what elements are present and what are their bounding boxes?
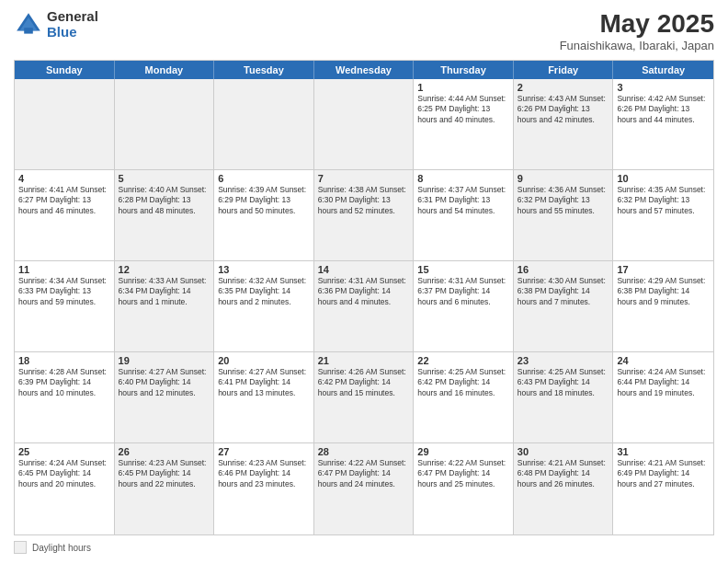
cell-text: Sunrise: 4:34 AM Sunset: 6:33 PM Dayligh… bbox=[18, 276, 110, 307]
cell-text: Sunrise: 4:43 AM Sunset: 6:26 PM Dayligh… bbox=[518, 94, 609, 125]
cell-text: Sunrise: 4:21 AM Sunset: 6:49 PM Dayligh… bbox=[617, 458, 710, 489]
day-number: 5 bbox=[119, 173, 210, 184]
day-number: 3 bbox=[617, 82, 710, 93]
cell-text: Sunrise: 4:37 AM Sunset: 6:31 PM Dayligh… bbox=[417, 185, 509, 216]
calendar-cell: 18Sunrise: 4:28 AM Sunset: 6:39 PM Dayli… bbox=[15, 352, 115, 442]
cell-text: Sunrise: 4:23 AM Sunset: 6:46 PM Dayligh… bbox=[218, 458, 310, 489]
calendar-cell: 2Sunrise: 4:43 AM Sunset: 6:26 PM Daylig… bbox=[514, 79, 614, 169]
calendar-cell: 6Sunrise: 4:39 AM Sunset: 6:29 PM Daylig… bbox=[214, 170, 314, 260]
calendar-cell: 14Sunrise: 4:31 AM Sunset: 6:36 PM Dayli… bbox=[314, 261, 415, 351]
title-block: May 2025 Funaishikawa, Ibaraki, Japan bbox=[560, 9, 714, 52]
calendar-cell: 28Sunrise: 4:22 AM Sunset: 6:47 PM Dayli… bbox=[314, 443, 415, 534]
day-number: 21 bbox=[318, 355, 410, 366]
calendar-cell: 31Sunrise: 4:21 AM Sunset: 6:49 PM Dayli… bbox=[613, 443, 713, 534]
calendar-cell: 24Sunrise: 4:24 AM Sunset: 6:44 PM Dayli… bbox=[613, 352, 713, 442]
svg-rect-2 bbox=[24, 28, 33, 33]
day-number: 9 bbox=[518, 173, 609, 184]
cell-text: Sunrise: 4:42 AM Sunset: 6:26 PM Dayligh… bbox=[617, 94, 710, 125]
cell-text: Sunrise: 4:27 AM Sunset: 6:41 PM Dayligh… bbox=[218, 367, 310, 398]
cell-text: Sunrise: 4:33 AM Sunset: 6:34 PM Dayligh… bbox=[119, 276, 210, 307]
calendar-cell: 20Sunrise: 4:27 AM Sunset: 6:41 PM Dayli… bbox=[214, 352, 314, 442]
day-number: 8 bbox=[417, 173, 509, 184]
calendar-cell: 12Sunrise: 4:33 AM Sunset: 6:34 PM Dayli… bbox=[115, 261, 215, 351]
calendar-cell: 13Sunrise: 4:32 AM Sunset: 6:35 PM Dayli… bbox=[214, 261, 314, 351]
day-number: 29 bbox=[417, 446, 509, 457]
calendar-body: 1Sunrise: 4:44 AM Sunset: 6:25 PM Daylig… bbox=[15, 79, 713, 534]
calendar-cell: 19Sunrise: 4:27 AM Sunset: 6:40 PM Dayli… bbox=[115, 352, 215, 442]
day-number: 23 bbox=[518, 355, 609, 366]
calendar-cell: 5Sunrise: 4:40 AM Sunset: 6:28 PM Daylig… bbox=[115, 170, 215, 260]
cell-text: Sunrise: 4:21 AM Sunset: 6:48 PM Dayligh… bbox=[518, 458, 609, 489]
calendar-cell: 4Sunrise: 4:41 AM Sunset: 6:27 PM Daylig… bbox=[15, 170, 115, 260]
calendar-cell: 25Sunrise: 4:24 AM Sunset: 6:45 PM Dayli… bbox=[15, 443, 115, 534]
calendar-cell: 1Sunrise: 4:44 AM Sunset: 6:25 PM Daylig… bbox=[414, 79, 514, 169]
day-number: 17 bbox=[617, 264, 710, 275]
cell-text: Sunrise: 4:36 AM Sunset: 6:32 PM Dayligh… bbox=[518, 185, 609, 216]
title-location: Funaishikawa, Ibaraki, Japan bbox=[560, 39, 714, 52]
day-number: 31 bbox=[617, 446, 710, 457]
cell-text: Sunrise: 4:30 AM Sunset: 6:38 PM Dayligh… bbox=[518, 276, 609, 307]
day-number: 1 bbox=[417, 82, 509, 93]
cell-text: Sunrise: 4:23 AM Sunset: 6:45 PM Dayligh… bbox=[119, 458, 210, 489]
calendar-cell: 27Sunrise: 4:23 AM Sunset: 6:46 PM Dayli… bbox=[214, 443, 314, 534]
shaded-box bbox=[14, 541, 27, 554]
day-number: 20 bbox=[218, 355, 310, 366]
header-day: Sunday bbox=[15, 61, 115, 79]
day-number: 4 bbox=[18, 173, 110, 184]
cell-text: Sunrise: 4:31 AM Sunset: 6:37 PM Dayligh… bbox=[417, 276, 509, 307]
day-number: 22 bbox=[417, 355, 509, 366]
calendar-cell: 15Sunrise: 4:31 AM Sunset: 6:37 PM Dayli… bbox=[414, 261, 514, 351]
day-number: 18 bbox=[18, 355, 110, 366]
cell-text: Sunrise: 4:32 AM Sunset: 6:35 PM Dayligh… bbox=[218, 276, 310, 307]
cell-text: Sunrise: 4:27 AM Sunset: 6:40 PM Dayligh… bbox=[119, 367, 210, 398]
calendar-row: 11Sunrise: 4:34 AM Sunset: 6:33 PM Dayli… bbox=[15, 261, 713, 352]
header-day: Thursday bbox=[414, 61, 514, 79]
calendar-row: 4Sunrise: 4:41 AM Sunset: 6:27 PM Daylig… bbox=[15, 170, 713, 261]
logo-text: General Blue bbox=[47, 9, 98, 40]
calendar-cell: 23Sunrise: 4:25 AM Sunset: 6:43 PM Dayli… bbox=[514, 352, 614, 442]
cell-text: Sunrise: 4:35 AM Sunset: 6:32 PM Dayligh… bbox=[617, 185, 710, 216]
shaded-label: Daylight hours bbox=[32, 543, 91, 553]
cell-text: Sunrise: 4:24 AM Sunset: 6:45 PM Dayligh… bbox=[18, 458, 110, 489]
header: General Blue May 2025 Funaishikawa, Ibar… bbox=[14, 9, 714, 52]
header-day: Tuesday bbox=[214, 61, 314, 79]
header-day: Monday bbox=[115, 61, 215, 79]
calendar-cell: 16Sunrise: 4:30 AM Sunset: 6:38 PM Dayli… bbox=[514, 261, 614, 351]
calendar-cell bbox=[15, 79, 115, 169]
calendar-cell: 17Sunrise: 4:29 AM Sunset: 6:38 PM Dayli… bbox=[613, 261, 713, 351]
header-day: Saturday bbox=[613, 61, 713, 79]
logo-blue: Blue bbox=[47, 25, 98, 40]
day-number: 14 bbox=[318, 264, 410, 275]
cell-text: Sunrise: 4:44 AM Sunset: 6:25 PM Dayligh… bbox=[417, 94, 509, 125]
calendar-cell: 3Sunrise: 4:42 AM Sunset: 6:26 PM Daylig… bbox=[613, 79, 713, 169]
calendar-cell: 7Sunrise: 4:38 AM Sunset: 6:30 PM Daylig… bbox=[314, 170, 415, 260]
day-number: 26 bbox=[119, 446, 210, 457]
calendar-cell: 9Sunrise: 4:36 AM Sunset: 6:32 PM Daylig… bbox=[514, 170, 614, 260]
day-number: 24 bbox=[617, 355, 710, 366]
day-number: 28 bbox=[318, 446, 410, 457]
day-number: 13 bbox=[218, 264, 310, 275]
calendar-cell: 10Sunrise: 4:35 AM Sunset: 6:32 PM Dayli… bbox=[613, 170, 713, 260]
calendar-cell: 8Sunrise: 4:37 AM Sunset: 6:31 PM Daylig… bbox=[414, 170, 514, 260]
day-number: 11 bbox=[18, 264, 110, 275]
logo-icon bbox=[14, 10, 43, 40]
day-number: 16 bbox=[518, 264, 609, 275]
cell-text: Sunrise: 4:26 AM Sunset: 6:42 PM Dayligh… bbox=[318, 367, 410, 398]
calendar-row: 18Sunrise: 4:28 AM Sunset: 6:39 PM Dayli… bbox=[15, 352, 713, 443]
page: General Blue May 2025 Funaishikawa, Ibar… bbox=[0, 0, 728, 563]
calendar-cell bbox=[115, 79, 215, 169]
day-number: 30 bbox=[518, 446, 609, 457]
cell-text: Sunrise: 4:25 AM Sunset: 6:42 PM Dayligh… bbox=[417, 367, 509, 398]
cell-text: Sunrise: 4:25 AM Sunset: 6:43 PM Dayligh… bbox=[518, 367, 609, 398]
calendar-row: 1Sunrise: 4:44 AM Sunset: 6:25 PM Daylig… bbox=[15, 79, 713, 170]
calendar-header: SundayMondayTuesdayWednesdayThursdayFrid… bbox=[15, 61, 713, 79]
day-number: 25 bbox=[18, 446, 110, 457]
day-number: 7 bbox=[318, 173, 410, 184]
calendar-cell bbox=[314, 79, 415, 169]
header-day: Friday bbox=[514, 61, 614, 79]
calendar-cell: 11Sunrise: 4:34 AM Sunset: 6:33 PM Dayli… bbox=[15, 261, 115, 351]
calendar-cell: 30Sunrise: 4:21 AM Sunset: 6:48 PM Dayli… bbox=[514, 443, 614, 534]
calendar-cell: 22Sunrise: 4:25 AM Sunset: 6:42 PM Dayli… bbox=[414, 352, 514, 442]
day-number: 2 bbox=[518, 82, 609, 93]
day-number: 27 bbox=[218, 446, 310, 457]
